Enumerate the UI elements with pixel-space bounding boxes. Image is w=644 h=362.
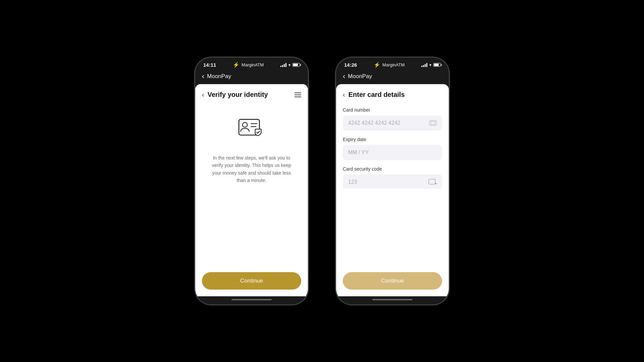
battery-fill-2 — [434, 64, 439, 66]
screen-title-1: Verify your identity — [208, 91, 268, 99]
expiry-label: Expiry date — [343, 137, 442, 142]
status-bar-1: 14:11 ⚡ MarginATM ▾ — [195, 58, 308, 70]
status-time-1: 14:11 — [203, 62, 216, 68]
status-time-2: 14:26 — [344, 62, 357, 68]
marginatm-icon-2: ⚡ — [374, 62, 380, 68]
back-chevron-1[interactable]: ‹ — [202, 91, 204, 99]
security-placeholder: 123 — [348, 179, 429, 185]
verify-description: In the next few steps, we'll ask you to … — [195, 151, 308, 188]
nav-title-1: MoonPay — [207, 73, 231, 80]
nav-bar-2: ‹ MoonPay — [336, 70, 449, 84]
security-label: Card security code — [343, 166, 442, 172]
marginatm-icon-1: ⚡ — [233, 62, 239, 68]
card-form: Card number 4242 4242 4242 4242 Expiry d… — [336, 104, 449, 189]
continue-button-2[interactable]: Continue — [343, 272, 442, 290]
expiry-input-row[interactable]: MM / YY — [343, 145, 442, 160]
status-icons-1: ▾ — [280, 63, 300, 67]
screen-header-1: ‹ Verify your identity — [195, 84, 308, 104]
status-bar-2: 14:26 ⚡ MarginATM ▾ — [336, 58, 449, 70]
home-bar-2 — [372, 299, 413, 300]
card-screen-header: ‹ Enter card details — [336, 84, 449, 104]
screen-card: ‹ Enter card details Card number 4242 42… — [336, 84, 449, 296]
card-back-button[interactable]: ‹ — [343, 91, 345, 99]
nav-back-1[interactable]: ‹ — [202, 72, 204, 81]
screen-verify: ‹ Verify your identity — [195, 84, 308, 296]
expiry-placeholder: MM / YY — [348, 149, 437, 156]
card-number-label: Card number — [343, 107, 442, 113]
svg-point-1 — [243, 122, 247, 127]
wifi-icon-2: ▾ — [429, 63, 431, 67]
phone-1: 14:11 ⚡ MarginATM ▾ ‹ MoonPay ‹ Verify — [195, 57, 309, 305]
signal-bars-2 — [421, 63, 427, 67]
cvc-icon — [429, 179, 437, 185]
signal-bars-1 — [280, 63, 286, 67]
nav-back-2[interactable]: ‹ — [343, 72, 345, 81]
phone-content-2: ‹ Enter card details Card number 4242 42… — [336, 84, 449, 296]
wifi-icon-1: ▾ — [288, 63, 290, 67]
home-indicator-2 — [336, 296, 449, 304]
status-app-name-1: MarginATM — [241, 62, 264, 67]
nav-title-2: MoonPay — [348, 73, 372, 80]
card-number-placeholder: 4242 4242 4242 4242 — [348, 120, 429, 126]
status-app-name-2: MarginATM — [382, 62, 405, 67]
status-app-1: ⚡ MarginATM — [233, 62, 264, 68]
home-bar-1 — [231, 299, 272, 300]
header-left-1: ‹ Verify your identity — [202, 91, 268, 99]
battery-1 — [292, 63, 300, 67]
battery-fill-1 — [293, 64, 298, 66]
continue-button-1[interactable]: Continue — [202, 272, 301, 290]
phone-2: 14:26 ⚡ MarginATM ▾ ‹ MoonPay ‹ Enter ca… — [335, 57, 449, 305]
nav-bar-1: ‹ MoonPay — [195, 70, 308, 84]
card-number-input-row[interactable]: 4242 4242 4242 4242 — [343, 115, 442, 131]
id-illustration — [195, 104, 308, 151]
status-app-2: ⚡ MarginATM — [374, 62, 405, 68]
id-card-icon — [236, 114, 267, 144]
status-icons-2: ▾ — [421, 63, 441, 67]
card-chip-icon — [429, 120, 437, 126]
home-indicator-1 — [195, 296, 308, 304]
card-screen-title: Enter card details — [348, 91, 405, 99]
expiry-group: Expiry date MM / YY — [343, 137, 442, 160]
hamburger-menu-1[interactable] — [294, 93, 301, 97]
phone-content-1: ‹ Verify your identity — [195, 84, 308, 296]
card-number-group: Card number 4242 4242 4242 4242 — [343, 107, 442, 131]
security-input-row[interactable]: 123 — [343, 174, 442, 189]
security-code-group: Card security code 123 — [343, 166, 442, 189]
battery-2 — [433, 63, 441, 67]
